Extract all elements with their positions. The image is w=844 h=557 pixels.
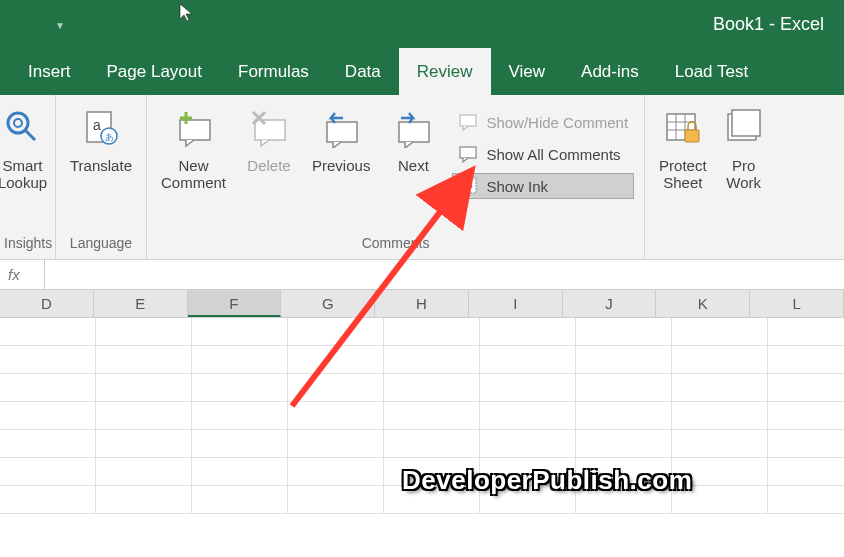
delete-comment-label: Delete <box>247 157 290 174</box>
cell[interactable] <box>768 374 844 402</box>
cell[interactable] <box>672 346 768 374</box>
cell[interactable] <box>288 346 384 374</box>
tab-data[interactable]: Data <box>327 48 399 95</box>
cell[interactable] <box>0 318 96 346</box>
formula-input[interactable] <box>45 260 844 289</box>
cell[interactable] <box>96 346 192 374</box>
cell[interactable] <box>672 430 768 458</box>
show-ink-button[interactable]: Show Ink <box>452 173 634 199</box>
cell[interactable] <box>480 402 576 430</box>
cell[interactable] <box>480 318 576 346</box>
new-comment-label: NewComment <box>161 157 226 191</box>
col-header-e[interactable]: E <box>94 290 188 317</box>
cell[interactable] <box>192 486 288 514</box>
cell[interactable] <box>288 458 384 486</box>
svg-line-1 <box>25 130 35 140</box>
cell[interactable] <box>192 318 288 346</box>
svg-rect-23 <box>685 130 699 142</box>
tab-addins[interactable]: Add-ins <box>563 48 657 95</box>
cell[interactable] <box>768 346 844 374</box>
cell[interactable] <box>0 486 96 514</box>
cell[interactable] <box>96 430 192 458</box>
svg-rect-14 <box>399 122 429 142</box>
cell[interactable] <box>672 374 768 402</box>
cell[interactable] <box>96 318 192 346</box>
cell[interactable] <box>384 430 480 458</box>
cell[interactable] <box>96 374 192 402</box>
new-comment-button[interactable]: NewComment <box>151 101 236 193</box>
delete-comment-icon <box>246 103 292 153</box>
col-header-d[interactable]: D <box>0 290 94 317</box>
cell[interactable] <box>576 346 672 374</box>
cell[interactable] <box>288 318 384 346</box>
tab-load-test[interactable]: Load Test <box>657 48 766 95</box>
cell[interactable] <box>96 458 192 486</box>
cell[interactable] <box>192 402 288 430</box>
cell[interactable] <box>288 374 384 402</box>
cell[interactable] <box>672 402 768 430</box>
tab-insert[interactable]: Insert <box>10 48 89 95</box>
col-header-i[interactable]: I <box>469 290 563 317</box>
protect-sheet-button[interactable]: ProtectSheet <box>649 101 717 193</box>
protect-workbook-label: ProWork <box>726 157 761 191</box>
cell[interactable] <box>384 374 480 402</box>
smart-lookup-button[interactable]: SmartLookup <box>0 101 57 193</box>
tab-page-layout[interactable]: Page Layout <box>89 48 220 95</box>
cell[interactable] <box>96 402 192 430</box>
col-header-j[interactable]: J <box>563 290 657 317</box>
cell[interactable] <box>480 430 576 458</box>
cell[interactable] <box>768 430 844 458</box>
cell[interactable] <box>384 346 480 374</box>
cell[interactable] <box>0 430 96 458</box>
tab-view[interactable]: View <box>491 48 564 95</box>
cell[interactable] <box>96 486 192 514</box>
titlebar: Book1 - Excel <box>0 0 844 48</box>
col-header-l[interactable]: L <box>750 290 844 317</box>
cell[interactable] <box>768 318 844 346</box>
fx-label[interactable]: fx <box>0 260 45 289</box>
col-header-f[interactable]: F <box>188 290 282 317</box>
delete-comment-button[interactable]: Delete <box>236 101 302 176</box>
cell[interactable] <box>768 402 844 430</box>
protect-workbook-button[interactable]: ProWork <box>717 101 771 193</box>
cell[interactable] <box>288 402 384 430</box>
cell[interactable] <box>192 430 288 458</box>
cell[interactable] <box>192 374 288 402</box>
previous-comment-button[interactable]: Previous <box>302 101 380 176</box>
cell[interactable] <box>288 430 384 458</box>
next-comment-button[interactable]: Next <box>380 101 446 176</box>
cell[interactable] <box>480 374 576 402</box>
cell[interactable] <box>384 318 480 346</box>
group-language: a あ Translate Language <box>56 95 147 259</box>
col-header-h[interactable]: H <box>375 290 469 317</box>
translate-button[interactable]: a あ Translate <box>60 101 142 176</box>
cell[interactable] <box>0 374 96 402</box>
cell[interactable] <box>672 318 768 346</box>
svg-rect-17 <box>459 178 476 193</box>
cell[interactable] <box>0 402 96 430</box>
cell[interactable] <box>0 346 96 374</box>
next-comment-label: Next <box>398 157 429 174</box>
col-header-k[interactable]: K <box>656 290 750 317</box>
cell[interactable] <box>192 346 288 374</box>
cell[interactable] <box>192 458 288 486</box>
tab-formulas[interactable]: Formulas <box>220 48 327 95</box>
ribbon-tabs: Insert Page Layout Formulas Data Review … <box>0 48 844 95</box>
cell[interactable] <box>768 458 844 486</box>
cell[interactable] <box>480 346 576 374</box>
show-all-comments-button[interactable]: Show All Comments <box>452 141 634 167</box>
cell[interactable] <box>288 486 384 514</box>
cell[interactable] <box>576 430 672 458</box>
next-comment-icon <box>390 103 436 153</box>
cell[interactable] <box>576 374 672 402</box>
cell[interactable] <box>576 402 672 430</box>
cell[interactable] <box>576 318 672 346</box>
show-hide-comment-button[interactable]: Show/Hide Comment <box>452 109 634 135</box>
qat-dropdown-icon[interactable]: ▼ <box>55 20 65 31</box>
col-header-g[interactable]: G <box>281 290 375 317</box>
cell[interactable] <box>384 402 480 430</box>
cell[interactable] <box>768 486 844 514</box>
cell[interactable] <box>0 458 96 486</box>
svg-rect-10 <box>255 120 285 140</box>
tab-review[interactable]: Review <box>399 48 491 95</box>
